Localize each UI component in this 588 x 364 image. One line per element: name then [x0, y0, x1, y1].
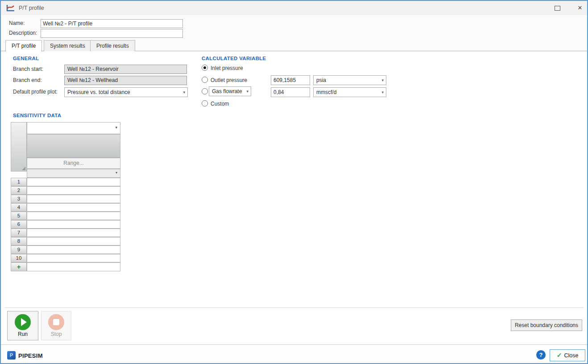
profile-plot-dropdown[interactable]: Pressure vs. total distance — [64, 87, 188, 97]
play-icon — [15, 314, 31, 330]
tab-bar: P/T profile System results Profile resul… — [1, 40, 587, 51]
inlet-pressure-label: Inlet pressure — [211, 65, 243, 71]
row-header-5[interactable]: 5 — [11, 212, 27, 220]
maximize-icon[interactable] — [555, 6, 560, 11]
table-row[interactable] — [27, 195, 120, 203]
tab-pt-profile[interactable]: P/T profile — [5, 40, 42, 52]
description-label: Description: — [9, 30, 37, 36]
sensitivity-variable-dropdown[interactable] — [27, 122, 120, 134]
branch-end-label: Branch end: — [13, 77, 42, 83]
description-input[interactable] — [41, 29, 183, 38]
profile-plot-label: Default profile plot: — [13, 89, 58, 95]
brand-name: PIPESIM — [18, 352, 43, 359]
title-bar: P/T profile ✕ — [1, 1, 587, 15]
tab-content: GENERAL Branch start: Well №12 - Reservo… — [1, 51, 587, 363]
close-button-label: Close — [564, 352, 578, 359]
row-header-8[interactable]: 8 — [11, 237, 27, 245]
outlet-pressure-unit-dropdown[interactable]: psia — [313, 75, 386, 85]
row-header-7[interactable]: 7 — [11, 229, 27, 237]
custom-label: Custom — [211, 101, 229, 107]
table-row — [27, 262, 120, 271]
inlet-pressure-radio[interactable] — [202, 65, 208, 71]
divider — [4, 307, 584, 308]
pipesim-logo-icon: P — [7, 351, 16, 360]
row-header-10[interactable]: 10 — [11, 254, 27, 262]
table-row[interactable] — [27, 229, 120, 237]
flowrate-type-dropdown[interactable]: Gas flowrate — [209, 86, 251, 96]
range-button[interactable]: Range... — [27, 158, 120, 169]
custom-radio[interactable] — [202, 100, 208, 106]
table-row[interactable] — [27, 203, 120, 212]
sensitivity-heading: SENSITIVITY DATA — [13, 113, 61, 118]
pt-profile-dialog: P/T profile ✕ Name: Description: P/T pro… — [0, 0, 588, 364]
branch-start-label: Branch start: — [13, 66, 43, 72]
close-button[interactable]: ✓Close — [550, 349, 585, 361]
chart-icon — [6, 4, 15, 12]
help-icon[interactable]: ? — [536, 350, 546, 360]
stop-label: Stop — [41, 331, 71, 337]
reset-boundary-conditions-button[interactable]: Reset boundary conditions — [511, 319, 582, 331]
table-row[interactable] — [27, 245, 120, 254]
branch-end-field: Well №12 - Wellhead — [64, 76, 187, 85]
table-row[interactable] — [27, 178, 120, 186]
row-header-6[interactable]: 6 — [11, 220, 27, 229]
sensitivity-corner-cell[interactable] — [11, 122, 27, 172]
row-header-1[interactable]: 1 — [11, 178, 27, 186]
outlet-pressure-label: Outlet pressure — [211, 77, 247, 83]
name-label: Name: — [9, 20, 25, 26]
outlet-pressure-radio[interactable] — [202, 77, 208, 83]
table-row[interactable] — [27, 186, 120, 195]
tab-profile-results[interactable]: Profile results — [90, 40, 135, 51]
flowrate-radio[interactable] — [202, 88, 208, 94]
check-icon: ✓ — [557, 352, 562, 359]
flowrate-value[interactable] — [271, 87, 310, 97]
add-row-button[interactable]: + — [11, 262, 27, 271]
flowrate-unit-dropdown[interactable]: mmscf/d — [313, 87, 386, 97]
table-row[interactable] — [27, 212, 120, 220]
outlet-pressure-value[interactable] — [271, 75, 310, 85]
window-title: P/T profile — [19, 5, 44, 11]
sensitivity-header-block — [27, 134, 120, 158]
table-row[interactable] — [27, 254, 120, 262]
stop-button[interactable]: Stop — [41, 311, 71, 340]
footer-bar: P PIPESIM ? ✓Close — [1, 344, 587, 363]
row-header-3[interactable]: 3 — [11, 195, 27, 203]
calculated-variable-heading: CALCULATED VARIABLE — [202, 56, 266, 61]
sensitivity-unit-dropdown[interactable] — [27, 169, 120, 178]
table-row[interactable] — [27, 220, 120, 229]
run-label: Run — [8, 331, 38, 337]
name-input[interactable] — [41, 19, 183, 28]
general-heading: GENERAL — [13, 56, 39, 61]
row-header-9[interactable]: 9 — [11, 245, 27, 254]
table-row[interactable] — [27, 237, 120, 245]
stop-icon — [48, 314, 64, 330]
row-header-4[interactable]: 4 — [11, 203, 27, 212]
close-icon[interactable]: ✕ — [576, 4, 584, 12]
tab-system-results[interactable]: System results — [44, 40, 91, 51]
branch-start-field: Well №12 - Reservoir — [64, 65, 187, 74]
header-form: Name: Description: — [1, 15, 587, 40]
run-button[interactable]: Run — [7, 311, 38, 340]
row-header-2[interactable]: 2 — [11, 186, 27, 195]
